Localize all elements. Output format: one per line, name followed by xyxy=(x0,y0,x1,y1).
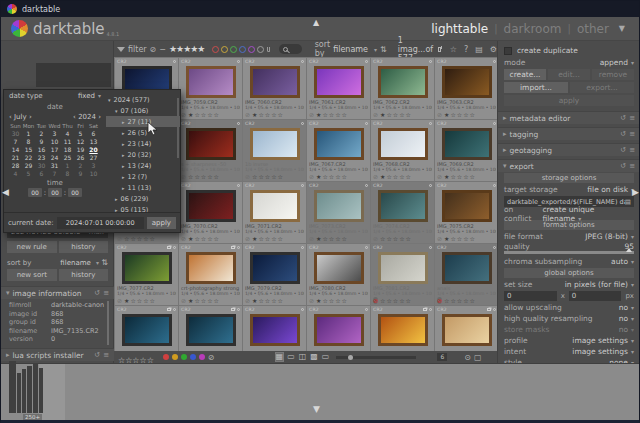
star-rating[interactable]: ★☆☆☆☆ xyxy=(252,235,284,242)
quality-slider[interactable] xyxy=(504,251,634,254)
group-icon[interactable] xyxy=(487,308,491,311)
grid-cell[interactable]: CR2IMG_7073.CR21/4 • f/5.6 • 18.0mm • 10… xyxy=(307,182,370,243)
prev-month-arrow[interactable]: ‹ xyxy=(9,113,12,121)
photo-thumbnail[interactable] xyxy=(378,314,428,346)
group-icon[interactable] xyxy=(423,308,427,311)
color-label-filter-icon[interactable] xyxy=(221,46,228,53)
reject-icon[interactable]: ⊘ xyxy=(373,173,378,180)
new-sort-button[interactable]: new sort xyxy=(7,269,57,281)
color-label-button[interactable] xyxy=(181,354,187,360)
photo-thumbnail[interactable] xyxy=(378,190,428,222)
calendar-day[interactable]: 3 xyxy=(87,162,100,170)
tree-arrow-icon[interactable]: ▸ xyxy=(122,174,125,180)
store-masks-dropdown[interactable]: no xyxy=(619,325,628,334)
photo-thumbnail[interactable] xyxy=(250,314,300,346)
photo-thumbnail[interactable] xyxy=(442,190,492,222)
reset-icon[interactable]: ↺ xyxy=(620,114,626,122)
import-style-button[interactable]: import... xyxy=(504,82,568,93)
reject-icon[interactable]: ⊘ xyxy=(373,111,378,118)
calendar-day[interactable]: 15 xyxy=(22,146,35,154)
tab-other[interactable]: other xyxy=(577,22,609,36)
calendar-day[interactable]: 1 xyxy=(61,162,74,170)
export-module-header[interactable]: ▾ export ↺≡ xyxy=(498,159,640,172)
calendar-day[interactable]: 21 xyxy=(9,154,22,162)
grid-cell[interactable]: CR2IMG_7075.CR21/4 • f/5.6 • 18.0mm • 10… xyxy=(435,182,497,243)
grid-cell[interactable]: CR2IMG_7074.CR21/4 • f/5.6 • 18.0mm • 10… xyxy=(371,182,434,243)
history-button[interactable]: history xyxy=(59,269,109,281)
copy-icon[interactable] xyxy=(438,47,441,52)
reject-icon[interactable]: ⊘ xyxy=(309,297,314,304)
metadata-editor-module-header[interactable]: ▸ metadata editor ↺≡ xyxy=(498,111,640,124)
calendar-day[interactable]: 9 xyxy=(74,170,87,178)
color-label-filter-icon[interactable] xyxy=(257,46,264,53)
calendar-day[interactable]: 12 xyxy=(74,138,87,146)
photo-thumbnail[interactable] xyxy=(442,128,492,160)
file-format-dropdown[interactable]: JPEG (8-bit) xyxy=(585,232,628,241)
reject-icon[interactable]: ⊘ xyxy=(181,297,186,304)
grid-cell[interactable]: CR2IMG_7080.CR21/4 • f/5.6 • 18.0mm • 10… xyxy=(307,244,370,305)
tree-arrow-icon[interactable]: ▾ xyxy=(115,108,118,114)
star-filter[interactable]: ★★★★★ xyxy=(169,44,204,54)
star-rating[interactable]: ☆☆☆☆☆ xyxy=(124,235,156,242)
window-titlebar[interactable]: darktable xyxy=(1,1,639,17)
calendar-day[interactable]: 20 xyxy=(87,146,100,154)
grid-cell[interactable]: CR2crt-photography strong 1 mask1/4 • f/… xyxy=(179,244,242,305)
next-year-arrow[interactable]: › xyxy=(98,113,101,121)
reject-icon[interactable]: ⊘ xyxy=(181,235,186,242)
date-tree-item[interactable]: ▾2024 (577) xyxy=(106,94,180,105)
thumbnail-rating-row[interactable]: ⊘★☆☆☆☆ xyxy=(309,235,368,242)
presets-icon[interactable]: ≡ xyxy=(103,351,109,359)
group-icon[interactable] xyxy=(231,308,235,311)
grid-cell[interactable]: CR21b invrse1/4 • f/5.6 • 18.0mm • 100 I… xyxy=(243,120,306,181)
calendar-day[interactable]: 1 xyxy=(22,130,35,138)
reset-icon[interactable]: ↺ xyxy=(620,130,626,138)
thumbnail-rating-row[interactable]: ⊘★☆☆☆☆ xyxy=(245,111,304,118)
calendar-day[interactable]: 7 xyxy=(9,138,22,146)
collapse-right-panel-arrow[interactable]: ▶ xyxy=(632,187,639,197)
photo-thumbnail[interactable] xyxy=(314,190,364,222)
chevron-down-icon[interactable]: ▼ xyxy=(619,24,625,33)
presets-icon[interactable]: ≡ xyxy=(629,162,635,170)
calendar-day[interactable]: 19 xyxy=(74,146,87,154)
set-size-dropdown[interactable]: in pixels (for file) xyxy=(565,280,628,289)
photo-thumbnail[interactable] xyxy=(250,128,300,160)
collect-rule-box[interactable] xyxy=(36,63,111,87)
thumbnail-rating-row[interactable]: ⊘★☆☆☆☆ xyxy=(437,111,496,118)
tree-arrow-icon[interactable]: ▸ xyxy=(122,119,125,125)
sort-order-icon[interactable]: ⇅ xyxy=(101,258,108,267)
second-spinner[interactable]: 00 xyxy=(68,188,82,197)
sort-field-dropdown[interactable]: filename xyxy=(60,259,91,267)
tab-lighttable[interactable]: lighttable xyxy=(431,22,488,36)
date-tree-item[interactable]: ▸26 (5) xyxy=(106,127,180,138)
grid-cell[interactable]: CR2IMG_7063.CR21/4 • f/5.6 • 18.0mm • 10… xyxy=(435,58,497,119)
remove-style-button[interactable]: remove xyxy=(592,69,634,80)
collapse-left-panel-arrow[interactable]: ◀ xyxy=(2,187,9,197)
star-rating[interactable]: ★☆☆☆☆ xyxy=(316,297,348,304)
group-icon[interactable] xyxy=(231,246,235,249)
color-label-filter-icon[interactable] xyxy=(248,46,255,53)
reject-icon[interactable]: ⊘ xyxy=(437,297,442,304)
grid-cell[interactable]: CR2⊘☆☆☆☆☆ xyxy=(179,306,242,351)
sort-field-dropdown[interactable]: filename xyxy=(333,45,368,54)
minute-spinner[interactable]: 00 xyxy=(48,188,62,197)
calendar-day[interactable]: 23 xyxy=(35,154,48,162)
reject-icon[interactable]: ⊘ xyxy=(117,235,122,242)
tree-arrow-icon[interactable]: ▸ xyxy=(122,141,125,147)
calendar-day[interactable]: 5 xyxy=(22,170,35,178)
grid-cell[interactable]: CR2IMG_7077.CR21/4 • f/5.6 • 18.0mm • 10… xyxy=(115,244,178,305)
color-union-icon[interactable] xyxy=(267,47,270,52)
tab-darkroom[interactable]: darkroom xyxy=(504,22,562,36)
max-height-input[interactable]: 0 xyxy=(569,291,622,301)
reject-icon[interactable]: ⊘ xyxy=(373,297,378,304)
calendar-day[interactable]: 8 xyxy=(22,138,35,146)
collapse-top-panel-arrow[interactable]: ▲ xyxy=(313,18,319,27)
group-icon[interactable] xyxy=(167,246,171,249)
tree-arrow-icon[interactable]: ▸ xyxy=(122,152,125,158)
reject-icon[interactable]: ⊘ xyxy=(309,173,314,180)
calendar-day[interactable]: 9 xyxy=(35,138,48,146)
calendar-day[interactable]: 10 xyxy=(87,170,100,178)
thumbnail-rating-row[interactable]: ⊘★☆☆☆☆ xyxy=(437,173,496,180)
reject-icon[interactable]: ⊘ xyxy=(181,111,186,118)
color-label-filter-icon[interactable] xyxy=(212,46,219,53)
grid-cell[interactable]: CR2⊘☆☆☆☆☆ xyxy=(435,306,497,351)
